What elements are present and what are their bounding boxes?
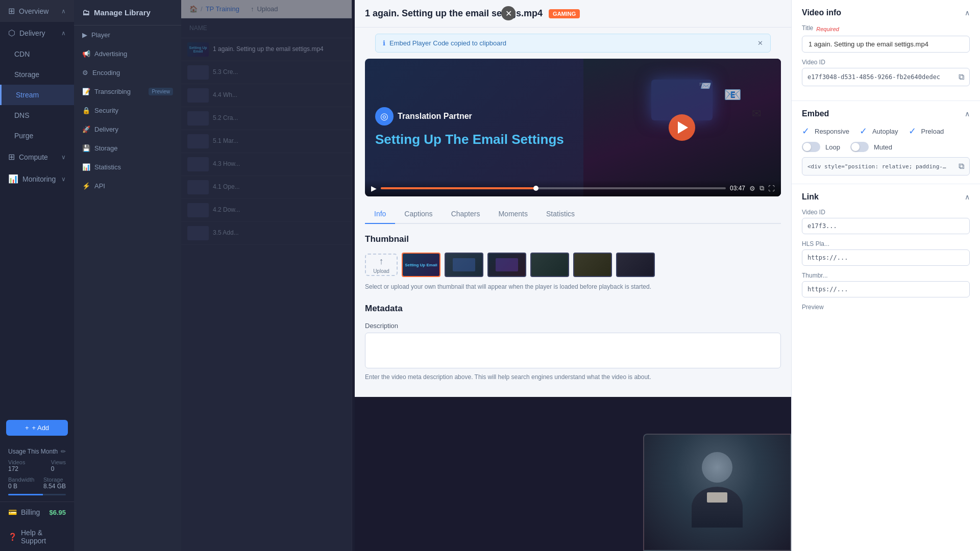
billing-value: $6.95 xyxy=(49,509,66,516)
chevron-icon: ∧ xyxy=(61,8,66,15)
metadata-title: Metadata xyxy=(365,304,781,314)
thumbnail-option-5[interactable] xyxy=(616,253,655,277)
settings-icon[interactable]: ⚙ xyxy=(749,185,755,192)
video-player: ◎ Translation Partner Setting Up The Ema… xyxy=(365,59,781,196)
video-id-copy-btn[interactable]: ⧉ xyxy=(953,68,969,86)
sidebar-item-storage[interactable]: Storage xyxy=(0,64,74,85)
storage-nav-label: Storage xyxy=(94,144,118,152)
play-button[interactable] xyxy=(669,114,695,141)
delivery-nav-icon: 🚀 xyxy=(82,126,90,133)
nav-item-security[interactable]: 🔒 Security xyxy=(74,101,181,120)
cdn-label: CDN xyxy=(14,50,30,58)
thumbnail-link-wrapper xyxy=(802,281,970,297)
tab-info[interactable]: Info xyxy=(365,205,395,224)
right-panel: Video info ∧ Title Required Video ID ⧉ xyxy=(791,0,980,551)
link-video-id-input[interactable] xyxy=(802,218,969,234)
video-info-chevron[interactable]: ∧ xyxy=(965,9,970,17)
title-input[interactable] xyxy=(802,36,970,53)
thumbnail-option-2[interactable] xyxy=(487,253,526,277)
embed-code-input[interactable] xyxy=(802,159,953,174)
player-brand: ◎ Translation Partner xyxy=(375,107,573,126)
thumbnail-section: Thumbnail ↑ Upload Setting Up Email xyxy=(365,234,781,291)
metadata-section: Metadata Description Enter the video met… xyxy=(365,304,781,381)
video-info-header: Video info ∧ xyxy=(802,8,970,17)
facecam-video xyxy=(644,435,790,550)
sidebar-item-stream[interactable]: Stream xyxy=(0,85,74,105)
video-detail-panel: 1 again. Setting up the email settigs.mp… xyxy=(355,0,791,397)
tab-content-info: Thumbnail ↑ Upload Setting Up Email xyxy=(355,224,791,397)
nav-item-transcribing[interactable]: 📝 Transcribing Preview xyxy=(74,82,181,101)
sidebar-item-help[interactable]: ❓ Help & Support xyxy=(0,522,74,551)
nav-item-storage[interactable]: 💾 Storage xyxy=(74,139,181,158)
upload-label: Upload xyxy=(373,268,389,274)
sidebar-item-compute[interactable]: ⊞ Compute ∨ xyxy=(0,146,74,168)
sidebar-item-purge[interactable]: Purge xyxy=(0,126,74,146)
embed-notification-close[interactable]: ✕ xyxy=(757,39,763,47)
thumbnail-option-4[interactable] xyxy=(573,253,612,277)
stream-label: Stream xyxy=(16,91,39,99)
muted-toggle[interactable] xyxy=(850,142,869,152)
nav-item-api[interactable]: ⚡ API xyxy=(74,177,181,195)
thumbnail-upload-btn[interactable]: ↑ Upload xyxy=(365,254,398,276)
add-label: + Add xyxy=(32,424,49,432)
sidebar-item-dns[interactable]: DNS xyxy=(0,105,74,126)
library-panel: 🗂 Manage Library ▶ Player 📢 Advertising … xyxy=(74,0,181,551)
overview-icon: ⊞ xyxy=(8,6,15,16)
nav-item-player[interactable]: ▶ Player xyxy=(74,26,181,44)
help-icon: ❓ xyxy=(8,533,17,541)
library-header: 🗂 Manage Library xyxy=(74,0,181,26)
advertising-label: Advertising xyxy=(94,50,127,58)
add-button[interactable]: + + Add xyxy=(6,420,68,436)
fullscreen-icon[interactable]: ⛶ xyxy=(768,185,775,192)
sidebar-item-overview[interactable]: ⊞ Overview ∧ xyxy=(0,0,74,22)
statistics-label: Statistics xyxy=(94,163,121,171)
embed-option-responsive: ✓ Responsive xyxy=(802,126,849,137)
link-chevron[interactable]: ∧ xyxy=(965,193,970,201)
dns-label: DNS xyxy=(14,111,30,119)
player-right: 📧 ✉ 📨 xyxy=(583,59,781,196)
preview-field: Preview xyxy=(802,304,970,311)
edit-icon[interactable]: ✏ xyxy=(61,448,66,455)
player-left: ◎ Translation Partner Setting Up The Ema… xyxy=(365,97,583,158)
player-label: Player xyxy=(91,31,110,39)
nav-item-advertising[interactable]: 📢 Advertising xyxy=(74,44,181,63)
views-label: Views xyxy=(51,459,66,465)
external-icon[interactable]: ⧉ xyxy=(760,184,764,192)
chevron-icon: ∨ xyxy=(61,176,66,183)
video-info-title: Video info xyxy=(802,8,841,17)
sidebar-item-billing[interactable]: 💳 Billing $6.95 xyxy=(0,502,74,522)
sidebar-item-cdn[interactable]: CDN xyxy=(0,44,74,64)
video-id-input[interactable] xyxy=(802,69,953,85)
description-hint: Enter the video meta description above. … xyxy=(365,373,781,381)
security-icon: 🔒 xyxy=(82,107,90,114)
embed-chevron[interactable]: ∧ xyxy=(965,110,970,118)
tab-chapters[interactable]: Chapters xyxy=(442,205,489,224)
description-textarea[interactable] xyxy=(365,333,781,368)
embed-code-copy-btn[interactable]: ⧉ xyxy=(953,158,969,175)
tab-statistics[interactable]: Statistics xyxy=(537,205,584,224)
preview-label: Preview xyxy=(802,304,970,311)
sidebar-item-monitoring[interactable]: 📊 Monitoring ∨ xyxy=(0,168,74,190)
close-modal-button[interactable]: ✕ xyxy=(501,6,516,20)
preview-badge: Preview xyxy=(149,88,173,95)
embed-options: ✓ Responsive ✓ Autoplay ✓ Preload xyxy=(802,126,970,152)
loop-toggle[interactable] xyxy=(802,142,820,152)
responsive-check: ✓ xyxy=(802,126,810,137)
hls-input[interactable] xyxy=(802,250,969,265)
thumbnail-link-input[interactable] xyxy=(802,282,969,297)
thumbnail-option-3[interactable] xyxy=(530,253,569,277)
nav-item-statistics[interactable]: 📊 Statistics xyxy=(74,158,181,177)
autoplay-label: Autoplay xyxy=(872,128,898,135)
thumbnail-option-1[interactable] xyxy=(445,253,483,277)
progress-bar[interactable] xyxy=(381,187,726,189)
tab-moments[interactable]: Moments xyxy=(489,205,537,224)
sidebar-item-delivery[interactable]: ⬡ Delivery ∧ xyxy=(0,22,74,44)
video-id-input-wrapper: ⧉ xyxy=(802,68,970,86)
tab-captions[interactable]: Captions xyxy=(395,205,442,224)
play-control[interactable]: ▶ xyxy=(371,184,377,192)
nav-item-encoding[interactable]: ⚙ Encoding xyxy=(74,63,181,82)
billing-label: Billing xyxy=(21,508,40,516)
thumbnail-option-0[interactable]: Setting Up Email xyxy=(402,253,440,277)
api-icon: ⚡ xyxy=(82,182,90,190)
nav-item-delivery[interactable]: 🚀 Delivery xyxy=(74,120,181,139)
